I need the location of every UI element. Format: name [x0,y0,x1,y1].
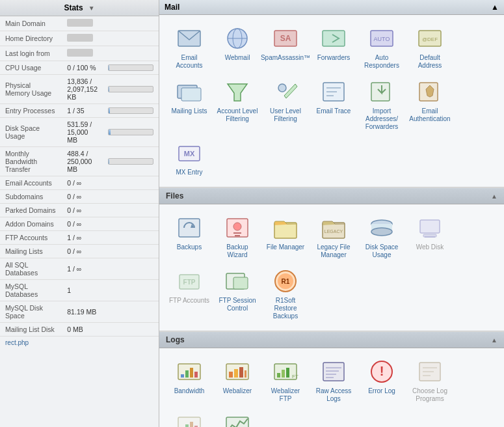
bandwidth-icon [176,359,202,385]
stats-label: Subdomains [0,190,62,204]
backups-icon [176,215,202,241]
stats-label: Addon Domains [0,217,62,231]
icon-item-awstats[interactable]: Awstats [166,408,213,427]
svg-rect-50 [229,372,233,378]
icon-label-ftp-accounts: FTP Accounts [169,297,209,305]
resourceusage-icon [224,412,250,427]
icon-item-email-trace[interactable]: Email Trace [310,75,357,135]
icon-item-ftp-accounts[interactable]: FTPFTP Accounts [166,264,213,324]
stats-value [62,16,103,31]
svg-text:AUTO: AUTO [374,36,390,42]
svg-text:FTP: FTP [292,374,298,379]
icon-label-webmail: Webmail [225,54,250,62]
stats-row: Addon Domains0 / ∞ [0,217,159,231]
spam-icon: SA [272,25,298,51]
icon-item-auto-responders[interactable]: AUTOAuto Responders [358,21,405,74]
icon-label-account-level-filtering: Account Level Filtering [217,107,258,123]
icon-item-bandwidth[interactable]: Bandwidth [166,355,213,407]
svg-rect-55 [277,373,280,378]
stats-row: Parked Domains0 / ∞ [0,204,159,217]
icon-item-ftp-session-control[interactable]: FTP Session Control [214,264,261,324]
icon-item-import-addresses[interactable]: Import Addresses/ Forwarders [358,75,405,135]
filter-icon [224,79,250,105]
stats-bar-cell [103,75,159,104]
stats-label: Parked Domains [0,204,62,217]
icon-item-disk-space-usage[interactable]: Disk Space Usage [358,211,405,263]
icon-item-error-log[interactable]: !Error Log [358,355,405,407]
svg-text:SA: SA [280,34,291,43]
stats-label: Monthly Bandwidth Transfer [0,147,62,176]
svg-point-14 [278,84,286,92]
icon-item-resource-usage[interactable]: Resource Usage [214,408,261,427]
icon-item-webmail[interactable]: Webmail [214,21,261,74]
stats-label: CPU Usage [0,61,62,75]
progress-bar-fill [109,87,109,92]
icon-item-raw-access-logs[interactable]: Raw Access Logs [310,355,357,407]
stats-bar-cell [103,280,159,301]
mailing-icon [176,79,202,105]
svg-rect-47 [190,368,193,378]
stats-row: MySQL Databases1 [0,280,159,301]
icon-label-bandwidth: Bandwidth [174,387,205,395]
awstats-icon [176,412,202,427]
filemanager-icon [272,215,298,241]
logs-collapse-icon[interactable]: ▲ [491,337,497,344]
progress-bar [108,64,153,71]
progress-bar-fill [109,159,109,164]
svg-text:FTP: FTP [183,279,196,286]
icon-item-web-disk[interactable]: Web Disk [406,211,453,263]
stats-bar-cell [103,231,159,245]
svg-rect-41 [233,277,248,289]
trace-icon [321,79,347,105]
svg-rect-6 [323,31,345,46]
icon-item-email-authentication[interactable]: Email Authentication [406,75,453,135]
icon-label-email-accounts: Email Accounts [168,54,210,70]
svg-rect-56 [282,370,285,378]
stats-row: All SQL Databases1 / ∞ [0,258,159,280]
icon-item-backups[interactable]: Backups [166,211,213,263]
files-section-header: Files ▲ [159,187,504,204]
errorlog-icon: ! [369,359,395,385]
stats-value: 531.59 / 15,000 MB [62,118,103,147]
icon-item-choose-log-programs[interactable]: Choose Log Programs [406,355,453,407]
icon-item-r1soft-restore[interactable]: R1R1Soft Restore Backups [262,264,309,324]
icon-item-webalizer[interactable]: Webalizer [214,355,261,407]
icon-item-mx-entry[interactable]: MXMX Entry [166,136,213,180]
stats-row: Email Accounts0 / ∞ [0,176,159,190]
icon-item-backup-wizard[interactable]: Backup Wizard [214,211,261,263]
icon-item-email-accounts[interactable]: Email Accounts [166,21,213,74]
stats-label: MySQL Disk Space [0,301,62,323]
icon-item-default-address[interactable]: @DEFDefault Address [406,21,453,74]
stats-value [62,46,103,61]
icon-item-legacy-file-manager[interactable]: LEGACYLegacy File Manager [310,211,357,263]
mail-collapse-icon[interactable]: ▲ [491,3,499,12]
svg-rect-45 [181,374,184,378]
stats-collapse-icon[interactable]: ▼ [88,5,95,12]
progress-bar-fill [109,65,109,70]
icon-item-spam-assassin[interactable]: SASpamAssassin™ [262,21,309,74]
footer-link[interactable]: rect.php [0,337,159,349]
userfilter-icon [272,79,298,105]
stats-label: Entry Processes [0,104,62,118]
files-title: Files [166,191,183,200]
icon-item-forwarders[interactable]: Forwarders [310,21,357,74]
auto-icon: AUTO [369,25,395,51]
icon-item-user-level-filtering[interactable]: User Level Filtering [262,75,309,135]
icon-label-mailing-lists: Mailing Lists [171,107,207,115]
stats-label: Mailing Lists [0,245,62,258]
stats-value: 1 / ∞ [62,231,103,245]
svg-text:!: ! [380,364,384,378]
files-collapse-icon[interactable]: ▲ [491,193,497,200]
svg-rect-35 [420,220,440,233]
legacyfilemanager-icon: LEGACY [321,215,347,241]
stats-label: Email Accounts [0,176,62,190]
icon-item-mailing-lists[interactable]: Mailing Lists [166,75,213,135]
icon-item-account-level-filtering[interactable]: Account Level Filtering [214,75,261,135]
mail-icon-grid: Email AccountsWebmailSASpamAssassin™Forw… [159,15,504,187]
stats-value: 488.4 / 250,000 MB [62,147,103,176]
stats-row: Mailing List Disk0 MB [0,323,159,337]
icon-item-webalizer-ftp[interactable]: FTPWebalizer FTP [262,355,309,407]
icon-label-default-address: Default Address [409,54,451,70]
icon-item-file-manager[interactable]: File Manager [262,211,309,263]
stats-table: Main DomainHome DirectoryLast login from… [0,16,159,337]
